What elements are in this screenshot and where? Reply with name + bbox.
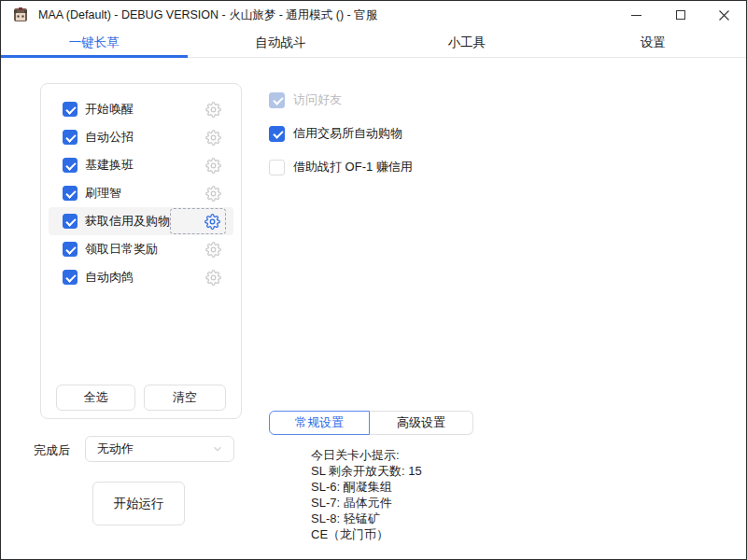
tip-line: CE（龙门币）	[311, 526, 422, 542]
tip-line: SL-8: 轻锰矿	[311, 511, 422, 526]
tab-farming[interactable]: 一键长草	[1, 29, 188, 57]
gear-icon[interactable]	[200, 180, 226, 206]
after-completion-label: 完成后	[34, 442, 70, 459]
option-visit-friends[interactable]: 访问好友	[269, 91, 413, 108]
task-row-roguelike[interactable]: 自动肉鸽	[49, 263, 233, 291]
task-label: 自动肉鸽	[85, 269, 134, 286]
tip-line: SL 剩余开放天数: 15	[311, 463, 422, 479]
dropdown-selected-value: 无动作	[97, 441, 134, 457]
close-button[interactable]	[702, 1, 746, 29]
checkbox-checked[interactable]	[63, 214, 78, 229]
titlebar: MAA (Default) - DEBUG VERSION - 火山旅梦 - 通…	[1, 1, 746, 29]
checkbox-checked[interactable]	[63, 102, 78, 117]
checkbox-checked[interactable]	[63, 158, 78, 173]
checkbox-checked[interactable]	[63, 270, 78, 285]
task-row-infrastructure[interactable]: 基建换班	[49, 151, 233, 179]
task-row-wakeup[interactable]: 开始唤醒	[49, 95, 233, 123]
settings-tabs: 常规设置 高级设置	[269, 411, 473, 435]
maximize-button[interactable]	[658, 1, 702, 29]
window-controls	[614, 1, 746, 29]
gear-icon[interactable]	[200, 152, 226, 178]
gear-icon[interactable]	[200, 96, 226, 122]
close-icon	[719, 10, 729, 21]
tab-tools[interactable]: 小工具	[374, 29, 560, 57]
task-row-credit-shopping[interactable]: 获取信用及购物	[49, 207, 233, 235]
credit-options: 访问好友 信用交易所自动购物 借助战打 OF-1 赚信用	[269, 91, 413, 192]
task-label: 获取信用及购物	[85, 213, 170, 230]
checkbox-checked[interactable]	[63, 242, 78, 257]
tab-general-settings[interactable]: 常规设置	[269, 411, 370, 435]
tab-label: 设置	[641, 35, 666, 51]
tab-label: 自动战斗	[255, 35, 305, 51]
task-label: 自动公招	[85, 129, 134, 146]
tip-line: SL-7: 晶体元件	[311, 495, 422, 511]
tab-advanced-settings[interactable]: 高级设置	[370, 411, 473, 435]
tab-label: 高级设置	[397, 414, 445, 431]
minimize-button[interactable]	[614, 1, 658, 29]
tab-label: 一键长草	[69, 35, 120, 51]
chevron-down-icon	[211, 442, 224, 455]
task-label: 开始唤醒	[85, 101, 134, 118]
gear-icon[interactable]	[200, 124, 226, 150]
tab-label: 常规设置	[295, 414, 344, 431]
clear-button[interactable]: 清空	[144, 385, 226, 411]
gear-icon[interactable]	[200, 236, 226, 262]
gear-icon[interactable]	[200, 264, 226, 290]
after-completion-dropdown[interactable]: 无动作	[85, 436, 234, 462]
minimize-icon	[631, 15, 641, 16]
task-row-rewards[interactable]: 领取日常奖励	[49, 235, 233, 263]
tab-label: 小工具	[448, 35, 486, 51]
daily-stage-tips: 今日关卡小提示: SL 剩余开放天数: 15 SL-6: 酮凝集组 SL-7: …	[311, 447, 422, 542]
app-window: MAA (Default) - DEBUG VERSION - 火山旅梦 - 通…	[0, 0, 747, 560]
select-all-button[interactable]: 全选	[56, 385, 135, 411]
option-label: 访问好友	[293, 91, 342, 108]
task-label: 刷理智	[85, 185, 121, 202]
option-label: 借助战打 OF-1 赚信用	[293, 159, 413, 175]
gear-icon-focused[interactable]	[170, 208, 226, 234]
tip-line: 今日关卡小提示:	[311, 447, 422, 463]
app-icon	[12, 7, 29, 23]
checkbox-disabled-checked	[269, 92, 285, 108]
task-row-sanity[interactable]: 刷理智	[49, 179, 233, 207]
start-run-button[interactable]: 开始运行	[92, 482, 185, 525]
tip-line: SL-6: 酮凝集组	[311, 479, 422, 495]
checkbox-unchecked[interactable]	[269, 160, 285, 175]
tab-copilot[interactable]: 自动战斗	[188, 29, 374, 57]
task-label: 领取日常奖励	[85, 241, 158, 258]
option-of1-credit-farming[interactable]: 借助战打 OF-1 赚信用	[269, 159, 413, 175]
maximize-icon	[676, 10, 685, 20]
task-list-card: 开始唤醒 自动公招 基建换班 刷理	[40, 83, 242, 419]
task-row-recruit[interactable]: 自动公招	[49, 123, 233, 151]
main-tabbar: 一键长草 自动战斗 小工具 设置	[1, 29, 746, 58]
main-content: 开始唤醒 自动公招 基建换班 刷理	[1, 58, 746, 560]
task-label: 基建换班	[85, 157, 134, 174]
option-credit-store-shopping[interactable]: 信用交易所自动购物	[269, 125, 413, 142]
checkbox-checked[interactable]	[63, 186, 78, 201]
checkbox-checked[interactable]	[63, 130, 78, 145]
checkbox-checked[interactable]	[269, 126, 285, 142]
window-title: MAA (Default) - DEBUG VERSION - 火山旅梦 - 通…	[38, 7, 377, 23]
option-label: 信用交易所自动购物	[293, 125, 402, 142]
tab-settings[interactable]: 设置	[560, 29, 747, 57]
